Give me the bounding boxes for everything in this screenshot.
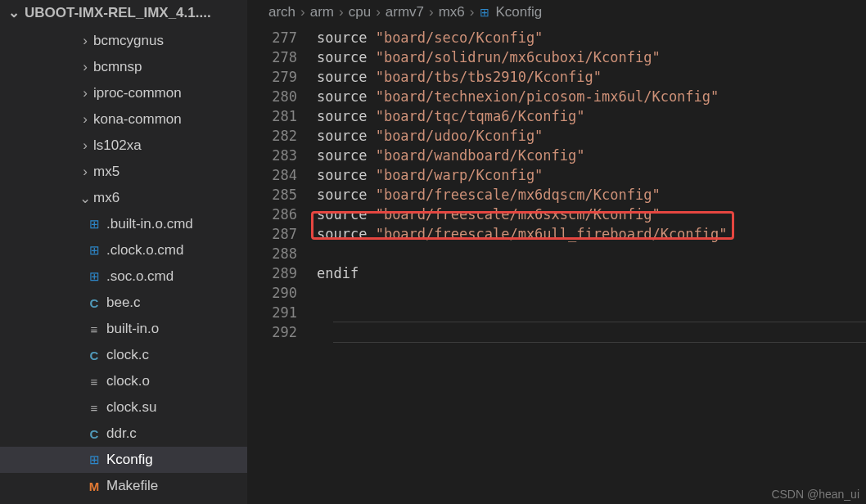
file-label: clock.c <box>106 347 149 363</box>
string-literal: "board/seco/Kconfig" <box>376 29 544 46</box>
line-number: 278 <box>248 47 297 67</box>
code-area[interactable]: source "board/seco/Kconfig"source "board… <box>317 27 866 504</box>
editor[interactable]: 2772782792802812822832842852862872882892… <box>248 27 866 504</box>
file-label: ddr.c <box>106 425 137 442</box>
file-built-in-o-cmd[interactable]: ⊞ .built-in.o.cmd <box>0 211 247 237</box>
line-number: 285 <box>248 185 297 205</box>
line-number: 291 <box>248 303 297 322</box>
chevron-right-icon: › <box>429 4 434 20</box>
chevron-right-icon: › <box>376 4 381 20</box>
line-number: 279 <box>248 67 297 87</box>
folder-label: ls102xa <box>93 137 142 154</box>
folder-label: iproc-common <box>93 85 182 101</box>
line-number: 286 <box>248 205 297 224</box>
code-line[interactable] <box>317 322 866 342</box>
breadcrumb-part[interactable]: armv7 <box>386 4 424 20</box>
chevron-down-icon: ⌄ <box>8 4 20 21</box>
chevron-right-icon: › <box>77 137 93 154</box>
sidebar: ⌄ UBOOT-IMX-REL_IMX_4.1.... › bcmcygnus … <box>0 0 248 504</box>
file-clock-o[interactable]: ≡ clock.o <box>0 368 247 394</box>
code-line[interactable] <box>317 244 866 263</box>
file-clock-su[interactable]: ≡ clock.su <box>0 394 247 421</box>
file-clock-o-cmd[interactable]: ⊞ .clock.o.cmd <box>0 237 247 263</box>
folder-mx6[interactable]: ⌄ mx6 <box>0 185 247 211</box>
breadcrumb-part[interactable]: arch <box>268 4 295 20</box>
file-soc-o-cmd[interactable]: ⊞ .soc.o.cmd <box>0 263 247 290</box>
project-title: UBOOT-IMX-REL_IMX_4.1.... <box>25 5 211 21</box>
folder-label: mx5 <box>93 164 120 180</box>
file-ddr-c[interactable]: C ddr.c <box>0 421 247 447</box>
file-bee-c[interactable]: C bee.c <box>0 290 247 316</box>
code-line[interactable]: source "board/solidrun/mx6cuboxi/Kconfig… <box>317 47 866 67</box>
code-line[interactable] <box>317 303 866 322</box>
breadcrumb-part[interactable]: Kconfig <box>496 4 543 20</box>
chevron-right-icon: › <box>339 4 344 20</box>
folder-label: mx6 <box>93 190 120 206</box>
folder-bcmcygnus[interactable]: › bcmcygnus <box>0 28 247 54</box>
line-number: 284 <box>248 165 297 185</box>
code-line[interactable]: source "board/tbs/tbs2910/Kconfig" <box>317 67 866 87</box>
chevron-right-icon: › <box>77 164 93 180</box>
code-line[interactable]: source "board/freescale/mx6ull_fireboard… <box>317 224 866 244</box>
code-line[interactable] <box>317 283 866 303</box>
string-literal: "board/wandboard/Kconfig" <box>376 147 585 164</box>
windows-icon: ⊞ <box>85 243 103 258</box>
file-clock-c[interactable]: C clock.c <box>0 342 247 368</box>
chevron-right-icon: › <box>300 4 305 20</box>
object-file-icon: ≡ <box>85 401 103 415</box>
folder-bcmnsp[interactable]: › bcmnsp <box>0 54 247 80</box>
line-number: 281 <box>248 106 297 126</box>
file-label: .clock.o.cmd <box>106 242 183 259</box>
breadcrumb-part[interactable]: cpu <box>349 4 371 20</box>
keyword: source <box>317 88 376 105</box>
code-line[interactable]: endif <box>317 263 866 283</box>
string-literal: "board/technexion/picosom-imx6ul/Kconfig… <box>376 88 719 105</box>
folder-kona-common[interactable]: › kona-common <box>0 106 247 133</box>
file-label: .built-in.o.cmd <box>106 216 193 232</box>
code-line[interactable]: source "board/warp/Kconfig" <box>317 165 866 185</box>
file-makefile[interactable]: M Makefile <box>0 473 247 499</box>
folder-ls102xa[interactable]: › ls102xa <box>0 133 247 159</box>
line-number: 277 <box>248 28 297 47</box>
code-line[interactable]: source "board/seco/Kconfig" <box>317 28 866 47</box>
file-tree: › bcmcygnus › bcmnsp › iproc-common › ko… <box>0 28 247 504</box>
chevron-right-icon: › <box>77 85 93 101</box>
string-literal: "board/udoo/Kconfig" <box>376 128 544 144</box>
main-area: arch › arm › cpu › armv7 › mx6 › ⊞ Kconf… <box>248 0 866 504</box>
code-line[interactable]: source "board/wandboard/Kconfig" <box>317 146 866 165</box>
folder-mx5[interactable]: › mx5 <box>0 159 247 185</box>
breadcrumb[interactable]: arch › arm › cpu › armv7 › mx6 › ⊞ Kconf… <box>248 0 866 27</box>
chevron-right-icon: › <box>470 4 475 20</box>
file-built-in-o[interactable]: ≡ built-in.o <box>0 316 247 342</box>
keyword: source <box>317 226 376 242</box>
code-line[interactable]: source "board/technexion/picosom-imx6ul/… <box>317 87 866 106</box>
file-label: built-in.o <box>106 321 159 337</box>
windows-icon: ⊞ <box>85 269 103 284</box>
folder-iproc-common[interactable]: › iproc-common <box>0 80 247 106</box>
string-literal: "board/solidrun/mx6cuboxi/Kconfig" <box>376 49 661 65</box>
line-number: 289 <box>248 263 297 283</box>
file-label: .soc.o.cmd <box>106 268 174 285</box>
c-file-icon: C <box>85 427 103 441</box>
chevron-right-icon: › <box>77 59 93 75</box>
code-line[interactable]: source "board/udoo/Kconfig" <box>317 126 866 146</box>
watermark: CSDN @hean_ui <box>771 488 859 501</box>
code-line[interactable]: source "board/tqc/tqma6/Kconfig" <box>317 106 866 126</box>
object-file-icon: ≡ <box>85 322 103 336</box>
code-line[interactable]: source "board/freescale/mx6dqscm/Kconfig… <box>317 185 866 205</box>
line-number: 287 <box>248 224 297 244</box>
code-line[interactable]: source "board/freescale/mx6sxscm/Kconfig… <box>317 205 866 224</box>
line-number: 288 <box>248 244 297 263</box>
string-literal: "board/freescale/mx6dqscm/Kconfig" <box>376 187 661 203</box>
folder-label: kona-common <box>93 111 182 128</box>
breadcrumb-part[interactable]: mx6 <box>439 4 465 20</box>
sidebar-header[interactable]: ⌄ UBOOT-IMX-REL_IMX_4.1.... <box>0 0 247 28</box>
file-label: Kconfig <box>106 452 153 468</box>
file-label: clock.o <box>106 373 150 389</box>
windows-icon: ⊞ <box>85 452 103 467</box>
breadcrumb-part[interactable]: arm <box>310 4 334 20</box>
file-kconfig[interactable]: ⊞ Kconfig <box>0 447 247 473</box>
chevron-right-icon: › <box>77 33 93 49</box>
makefile-icon: M <box>85 479 103 493</box>
line-number: 282 <box>248 126 297 146</box>
